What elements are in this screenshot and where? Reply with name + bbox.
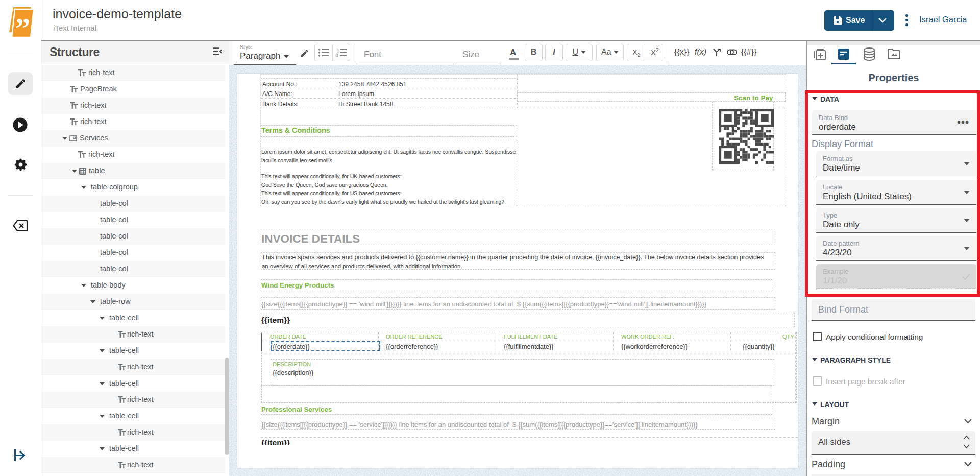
svg-text:3: 3 [336,54,338,57]
svg-text:”: ” [15,12,30,38]
